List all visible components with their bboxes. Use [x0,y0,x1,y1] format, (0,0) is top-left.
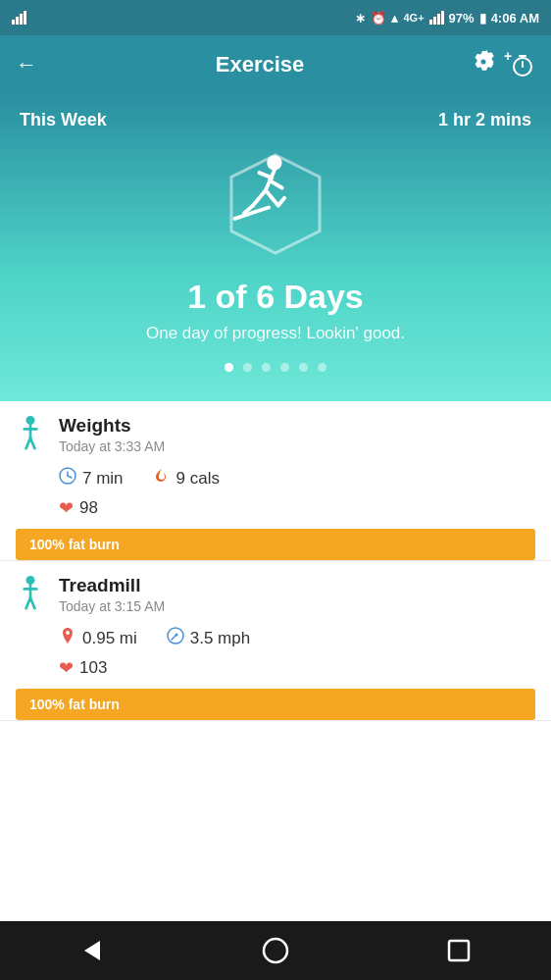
svg-line-11 [266,190,278,205]
exercise-name: Weights [59,415,165,437]
stats-row: 7 min 9 cals [59,467,535,490]
week-row: This Week 1 hr 2 mins [20,110,531,130]
plus-icon: + [504,48,512,64]
dot-3[interactable] [262,363,271,372]
exercise-name: Treadmill [59,575,165,596]
fat-burn-bar: 100% fat burn [16,689,535,720]
heart-rate-stat: ❤ 103 [59,657,535,679]
svg-point-14 [26,416,35,425]
dot-6[interactable] [318,363,326,372]
page-dots [20,363,531,372]
bluetooth-icon: ∗ [355,11,366,26]
bottom-nav [0,921,551,980]
progress-subtitle: One day of progress! Lookin' good. [20,324,531,343]
heart-icon: ❤ [59,497,74,519]
alarm-icon: ⏰ [371,11,386,26]
heart-rate-value: 103 [79,658,107,678]
heart-icon: ❤ [59,657,74,679]
fat-burn-bar: 100% fat burn [16,529,535,560]
exercise-time: Today at 3:15 AM [59,598,165,614]
calories-value: 9 cals [176,469,220,489]
speed-stat: 3.5 mph [167,627,250,649]
add-exercise-button[interactable]: + [510,52,535,77]
settings-button[interactable] [471,49,496,80]
svg-line-13 [234,208,270,219]
nav-back-button[interactable] [68,926,117,975]
flame-icon [153,467,171,490]
duration-stat: 7 min [59,467,124,490]
card-header: Treadmill Today at 3:15 AM [16,575,535,617]
cell-signal-icon [429,11,444,25]
week-label: This Week [20,110,107,130]
card-info-weights: Weights Today at 3:33 AM [59,415,165,454]
clock-icon [59,467,76,490]
header-actions: + [471,49,535,80]
status-bar: ∗ ⏰ ▴ 4G+ 97% ▮ 4:06 AM [0,0,551,35]
signal-bars-icon [12,11,26,25]
back-button[interactable]: ← [16,52,37,77]
header: ← Exercise + [0,35,551,94]
hexagon-runner [222,150,329,258]
hero-section: This Week 1 hr 2 mins [0,94,551,401]
days-label: 1 of 6 Days [20,278,531,316]
heart-rate-value: 98 [79,498,98,518]
svg-line-18 [30,438,35,448]
svg-line-8 [270,181,282,188]
exercise-card-weights: Weights Today at 3:33 AM 7 min [0,401,551,561]
dot-2[interactable] [243,363,252,372]
nav-home-button[interactable] [251,926,300,975]
stats-row: 0.95 mi 3.5 mph [59,627,535,649]
speed-value: 3.5 mph [190,629,250,648]
distance-value: 0.95 mi [82,629,137,648]
network-label: 4G+ [403,12,424,24]
time-display: 4:06 AM [491,11,539,26]
svg-line-12 [278,198,284,206]
calories-stat: 9 cals [153,467,220,490]
svg-marker-29 [84,941,100,960]
wifi-icon: ▴ [391,11,398,26]
battery-icon: ▮ [479,11,486,26]
nav-recents-button[interactable] [434,926,483,975]
hex-container [20,150,531,258]
duration-value: 7 min [82,469,124,489]
dot-1[interactable] [225,363,233,372]
page-title: Exercise [49,52,471,77]
svg-point-30 [264,939,287,962]
dot-4[interactable] [280,363,289,372]
distance-stat: 0.95 mi [59,627,137,649]
svg-line-7 [260,173,273,178]
battery-level: 97% [449,11,475,26]
status-right: ∗ ⏰ ▴ 4G+ 97% ▮ 4:06 AM [355,11,539,26]
svg-rect-31 [449,941,469,960]
card-header: Weights Today at 3:33 AM [16,415,535,457]
dot-5[interactable] [299,363,308,372]
exercise-card-treadmill: Treadmill Today at 3:15 AM 0.95 mi [0,561,551,721]
exercise-list: Weights Today at 3:33 AM 7 min [0,401,551,721]
card-info-treadmill: Treadmill Today at 3:15 AM [59,575,165,614]
svg-line-21 [68,476,72,478]
svg-point-28 [175,634,177,637]
exercise-time: Today at 3:33 AM [59,438,165,454]
svg-point-5 [267,155,281,170]
total-time: 1 hr 2 mins [438,110,531,130]
status-left [12,11,26,25]
speed-icon [167,627,184,649]
svg-line-9 [253,190,266,205]
svg-line-26 [30,597,35,608]
exercise-icon-treadmill [16,575,45,617]
heart-rate-stat: ❤ 98 [59,497,535,519]
location-icon [59,627,76,649]
exercise-icon-weights [16,415,45,457]
